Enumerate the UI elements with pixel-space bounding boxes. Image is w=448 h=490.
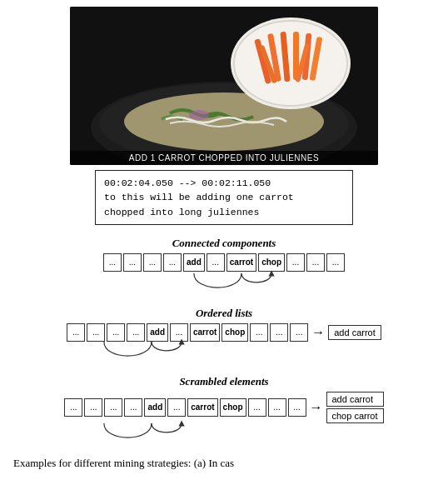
section-label-connected: Connected components (13, 237, 435, 250)
token-2-8: ... (248, 398, 266, 417)
token-1-3: ... (127, 323, 145, 342)
token-2-7: chop (220, 398, 246, 417)
page-container: Add 1 Carrot Chopped Into Juliennes 00:0… (0, 0, 448, 478)
transcript-box: 00:02:04.050 --> 00:02:11.050 to this wi… (95, 170, 353, 225)
transcript-line1: 00:02:04.050 --> 00:02:11.050 (104, 176, 344, 190)
token-1-1: ... (87, 323, 105, 342)
svg-point-15 (189, 110, 209, 120)
token-0-8: ... (286, 253, 305, 272)
token-1-5: ... (170, 323, 188, 342)
caption-text: Examples for different mining strategies… (13, 457, 234, 469)
token-0-0: ... (103, 253, 122, 272)
token-1-4: add (147, 323, 168, 342)
arrow-scrambled: → (310, 400, 323, 415)
ordered-row-wrapper: ............add...carrotchop......... → … (13, 323, 435, 342)
token-2-1: ... (84, 398, 102, 417)
transcript-line2: to this will be adding one carrot (104, 190, 344, 204)
token-1-0: ... (67, 323, 85, 342)
subtitle-bar: Add 1 Carrot Chopped Into Juliennes (70, 151, 378, 165)
token-0-9: ... (306, 253, 325, 272)
section-label-ordered: Ordered lists (13, 307, 435, 320)
token-2-4: add (144, 398, 166, 417)
token-2-5: ... (167, 398, 186, 417)
result-stack-scrambled: add carrot chop carrot (326, 392, 384, 423)
token-1-2: ... (107, 323, 125, 342)
token-0-5: ... (207, 253, 225, 272)
token-row-scrambled: ............add...carrotchop......... (64, 398, 306, 417)
token-1-6: carrot (190, 323, 220, 342)
transcript-line3: chopped into long juliennes (104, 205, 344, 219)
token-1-9: ... (270, 323, 288, 342)
scrambled-row-wrapper: ............add...carrotchop......... → … (13, 392, 435, 423)
token-2-2: ... (104, 398, 122, 417)
arrow-ordered: → (311, 325, 325, 340)
video-container: Add 1 Carrot Chopped Into Juliennes (70, 7, 378, 165)
token-0-2: ... (143, 253, 162, 272)
token-0-7: chop (258, 253, 285, 272)
video-image: Add 1 Carrot Chopped Into Juliennes (70, 7, 378, 165)
token-1-8: ... (250, 323, 268, 342)
token-1-10: ... (290, 323, 308, 342)
arc-container-scrambled (13, 422, 435, 445)
token-2-0: ... (64, 398, 82, 417)
token-2-6: carrot (187, 398, 217, 417)
arc-container-connected (13, 272, 435, 295)
token-0-1: ... (123, 253, 142, 272)
caption: Examples for different mining strategies… (13, 455, 435, 472)
token-0-3: ... (163, 253, 182, 272)
result-scrambled-1: add carrot (326, 392, 384, 407)
token-2-3: ... (124, 398, 142, 417)
token-1-7: chop (222, 323, 248, 342)
arc-container-ordered (13, 340, 435, 363)
token-2-9: ... (268, 398, 286, 417)
token-0-6: carrot (226, 253, 256, 272)
section-label-scrambled: Scrambled elements (13, 375, 435, 388)
token-0-10: ... (326, 253, 345, 272)
token-row-connected: ............add...carrotchop......... (13, 253, 435, 272)
token-0-4: add (183, 253, 205, 272)
token-row-ordered: ............add...carrotchop......... (67, 323, 308, 342)
token-2-10: ... (288, 398, 306, 417)
result-ordered: add carrot (328, 325, 381, 340)
